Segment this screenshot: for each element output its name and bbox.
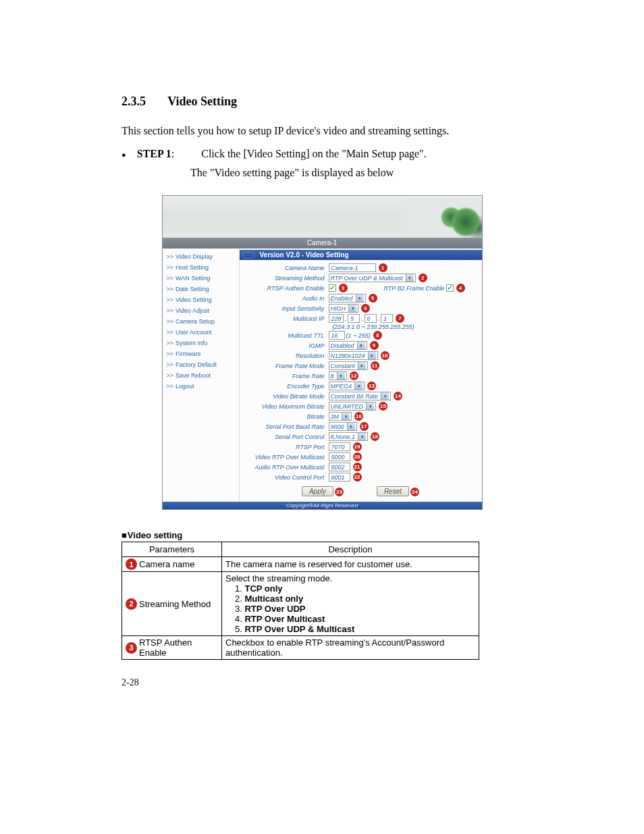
serial-baud-select[interactable]: 9600▾ (329, 422, 357, 431)
multicast-ttl-hint: (1 ~ 255) (346, 332, 371, 339)
badge-17-icon: 17 (360, 422, 369, 431)
badge-22-icon: 22 (353, 473, 362, 481)
audio-in-label: Audio In (245, 295, 329, 302)
video-ctrl-port-label: Video Control Port (245, 474, 329, 481)
input-sens-select[interactable]: HIGH▾ (329, 304, 359, 313)
video-bitrate-mode-select[interactable]: Constant Bit Rate▾ (329, 392, 392, 400)
camera-name-label: Camera Name (245, 265, 329, 271)
sidebar-item[interactable]: >>Factory Default (167, 359, 239, 370)
mcast-ip-1-input[interactable]: 228 (329, 314, 344, 323)
badge-10-icon: 10 (381, 351, 390, 360)
b2frame-checkbox[interactable]: ✓ (446, 284, 454, 292)
param-name: Camera name (139, 559, 194, 569)
sidebar-item[interactable]: >>Save Reboot (167, 370, 239, 381)
serial-ctrl-select[interactable]: 8,None,1▾ (329, 432, 369, 441)
page-number: 2-28 (122, 677, 522, 688)
audio-rtp-label: Audio RTP Over Multicast (245, 464, 329, 471)
section-number: 2.3.5 (122, 95, 165, 109)
reset-button[interactable]: Reset (377, 486, 409, 496)
audio-in-select[interactable]: Enabled▾ (329, 294, 366, 303)
badge-6-icon: 6 (361, 304, 370, 313)
step-text: Click the [Video Setting] on the "Main S… (201, 148, 426, 159)
badge-5-icon: 5 (369, 294, 377, 303)
chevron-down-icon: ▾ (366, 402, 374, 410)
b2frame-label: RTP B2 Frame Enable (384, 285, 445, 292)
frame-rate-mode-label: Frame Rate Mode (245, 363, 329, 369)
badge-7-icon: 7 (396, 314, 404, 323)
igmp-select[interactable]: Disabled▾ (329, 341, 367, 350)
leaf-graphic (401, 199, 482, 238)
sidebar-item[interactable]: >>User Account (167, 327, 239, 338)
description-table: Parameters Description 1Camera name The … (122, 542, 479, 660)
badge-12-icon: 12 (350, 371, 358, 380)
chevron-down-icon: ▾ (337, 372, 345, 380)
badge-20-icon: 20 (353, 452, 362, 461)
sidebar-item[interactable]: >>Host Setting (167, 262, 239, 273)
badge-1-icon: 1 (126, 558, 137, 570)
badge-2-icon: 2 (419, 273, 427, 282)
rtsp-authen-label: RTSP Authen Enable (245, 285, 329, 292)
encoder-type-select[interactable]: MPEG4▾ (329, 382, 365, 390)
step-label: STEP 1 (137, 148, 171, 159)
multicast-ttl-input[interactable]: 16 (329, 331, 345, 340)
streaming-method-select[interactable]: RTP Over UDP & Multicast▾ (329, 273, 416, 282)
badge-21-icon: 21 (353, 463, 362, 471)
screenshot-panel: Camera-1 >>Video Display >>Host Setting … (162, 195, 483, 510)
frame-rate-select[interactable]: 8▾ (329, 371, 347, 380)
chevron-down-icon: ▾ (347, 423, 355, 430)
multicast-ip-label: Multicast IP (245, 315, 329, 322)
video-max-bitrate-select[interactable]: UNLIMITED▾ (329, 402, 377, 411)
rtsp-authen-checkbox[interactable]: ✓ (329, 284, 336, 292)
video-rtp-input[interactable]: 5000 (329, 452, 350, 461)
streaming-method-label: Streaming Method (245, 275, 329, 282)
serial-baud-label: Serial Port Baud Rate (245, 423, 329, 430)
sidebar-item[interactable]: >>Video Display (167, 251, 239, 262)
video-ctrl-port-input[interactable]: 6001 (329, 473, 350, 481)
serial-ctrl-label: Serial Port Control (245, 434, 329, 440)
sidebar-item[interactable]: >>Firmware (167, 348, 239, 359)
copyright-bar: Copyright®All Right Reserved (163, 502, 482, 509)
mcast-ip-2-input[interactable]: 5 (348, 314, 360, 323)
table-row: 1Camera name The camera name is reserved… (122, 557, 479, 572)
chevron-down-icon: ▾ (342, 413, 350, 420)
resolution-select[interactable]: N1280x1024▾ (329, 351, 378, 360)
banner-header (163, 196, 482, 238)
video-max-bitrate-label: Video Maximum Bitrate (245, 403, 329, 410)
bitrate-select[interactable]: 3M▾ (329, 412, 352, 421)
sidebar-item[interactable]: >>Video Setting (167, 294, 239, 305)
sidebar-item[interactable]: >>System Info (167, 338, 239, 348)
sidebar-item[interactable]: >>WAN Setting (167, 273, 239, 284)
frame-rate-mode-select[interactable]: Constant▾ (329, 361, 368, 370)
chevron-down-icon: ▾ (358, 433, 366, 440)
main-panel: Version V2.0 - Video Setting Camera Name… (240, 249, 482, 502)
step-subline: The "Video setting page" is displayed as… (190, 167, 522, 179)
colon: : (171, 148, 174, 159)
badge-9-icon: 9 (370, 341, 379, 350)
video-bitrate-mode-label: Video Bitrate Mode (245, 393, 329, 400)
rtsp-port-label: RTSP Port (245, 444, 329, 450)
sidebar-item[interactable]: >>Camera Setup (167, 316, 239, 327)
th-description: Description (222, 542, 479, 557)
chevron-down-icon: ▾ (368, 352, 376, 359)
multicast-ttl-label: Multicast TTL (245, 332, 329, 339)
chevron-down-icon: ▾ (348, 305, 356, 312)
sidebar-item[interactable]: >>Video Adjust (167, 305, 239, 316)
badge-14-icon: 14 (394, 392, 402, 400)
audio-rtp-input[interactable]: 5002 (329, 463, 350, 471)
th-parameters: Parameters (122, 542, 222, 557)
badge-1-icon: 1 (379, 263, 387, 272)
mcast-ip-4-input[interactable]: 1 (381, 314, 393, 323)
badge-19-icon: 19 (353, 442, 362, 451)
camera-name-input[interactable]: Camera-1 (329, 263, 376, 272)
badge-8-icon: 8 (373, 331, 382, 340)
sidebar-item[interactable]: >>Logout (167, 381, 239, 392)
section-title: Video Setting (167, 95, 237, 108)
apply-button[interactable]: Apply (302, 486, 333, 496)
mcast-ip-3-input[interactable]: 6 (365, 314, 377, 323)
igmp-label: IGMP (245, 342, 329, 349)
sidebar-item[interactable]: >>Date Setting (167, 284, 239, 294)
sidebar: >>Video Display >>Host Setting >>WAN Set… (163, 249, 240, 502)
step-line: ● STEP 1: Click the [Video Setting] on t… (122, 148, 522, 160)
badge-13-icon: 13 (367, 382, 376, 390)
rtsp-port-input[interactable]: 7070 (329, 442, 350, 451)
